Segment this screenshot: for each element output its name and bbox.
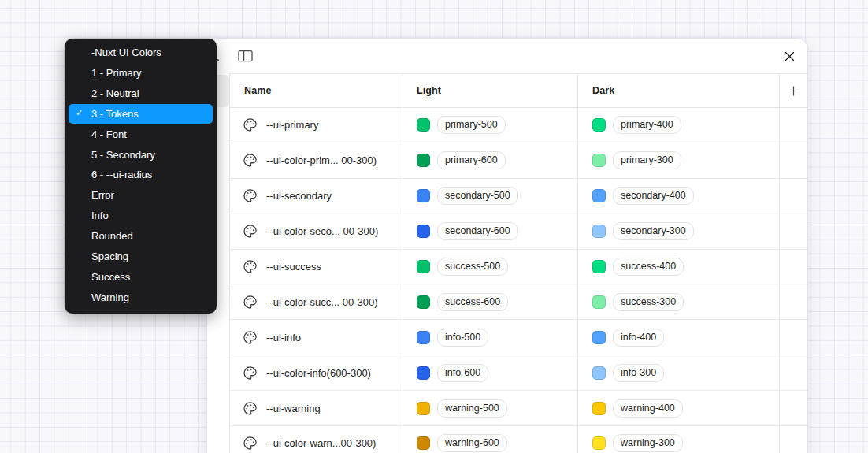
menu-item-label: 5 - Secondary [91,149,155,161]
dark-value-cell[interactable]: primary-300 [577,143,779,178]
variable-name-cell[interactable]: --ui-color-seco... 00-300) [230,214,402,249]
light-value-cell[interactable]: info-500 [402,320,577,355]
token-badge[interactable]: success-600 [437,293,508,311]
variable-name-cell[interactable]: --ui-color-prim... 00-300) [230,143,402,178]
token-badge[interactable]: success-500 [437,258,508,276]
close-button[interactable] [779,46,799,66]
variable-name-cell[interactable]: --ui-warning [230,391,402,425]
variable-name-cell[interactable]: --ui-color-info(600-300) [230,355,402,390]
menu-item[interactable]: 5 - Secondary [69,144,213,165]
menu-item[interactable]: Success [69,266,213,287]
column-header-name: Name [230,74,402,107]
light-value-cell[interactable]: success-600 [402,284,577,319]
menu-item-label: 4 - Font [91,128,127,140]
menu-item[interactable]: Info [69,206,213,226]
column-header-dark: Dark [577,74,779,107]
variable-name: --ui-color-prim... 00-300) [266,154,377,166]
color-swatch [592,436,606,450]
dark-value-cell[interactable]: warning-300 [577,426,779,453]
light-value-cell[interactable]: success-500 [402,250,577,284]
menu-item-label: 1 - Primary [91,67,142,79]
variable-name: --ui-color-warn...00-300) [266,437,376,449]
menu-item[interactable]: 4 - Font [69,124,213,144]
palette-icon [243,330,258,345]
light-value-cell[interactable]: info-600 [402,355,577,390]
menu-item[interactable]: 6 - --ui-radius [69,165,213,185]
token-badge[interactable]: warning-300 [613,434,683,452]
variable-name: --ui-info [266,332,301,343]
light-value-cell[interactable]: secondary-600 [402,214,577,249]
add-mode-button[interactable] [779,74,807,107]
variable-name-cell[interactable]: --ui-secondary [230,179,402,214]
token-badge[interactable]: info-500 [437,329,488,347]
token-badge[interactable]: info-400 [613,329,664,347]
token-badge[interactable]: warning-600 [437,434,507,452]
menu-item-label: Rounded [91,230,133,242]
menu-item[interactable]: 2 - Neutral [69,84,213,104]
menu-item[interactable]: Rounded [69,226,213,247]
variable-name-cell[interactable]: --ui-color-warn...00-300) [230,426,402,453]
variable-name-cell[interactable]: --ui-info [230,320,402,355]
token-badge[interactable]: success-400 [613,258,684,276]
token-badge[interactable]: secondary-300 [613,222,694,240]
menu-item-label: 3 - Tokens [91,108,139,120]
table-row: --ui-color-succ... 00-300) success-600 s… [229,284,807,320]
token-badge[interactable]: info-600 [437,364,488,382]
dark-value-cell[interactable]: primary-400 [577,108,779,143]
token-badge[interactable]: primary-300 [613,151,681,169]
token-badge[interactable]: success-300 [613,293,684,311]
color-swatch [592,118,606,132]
variable-name: --ui-primary [266,119,318,131]
dark-value-cell[interactable]: success-300 [577,284,779,319]
dark-value-cell[interactable]: secondary-400 [577,179,779,214]
token-badge[interactable]: warning-500 [437,399,507,418]
menu-item-label: 6 - --ui-radius [91,169,152,180]
table-row: --ui-color-seco... 00-300) secondary-600… [229,214,807,250]
variable-name-cell[interactable]: --ui-primary [230,108,402,143]
dark-value-cell[interactable]: warning-400 [577,391,779,425]
token-badge[interactable]: secondary-400 [613,187,694,205]
color-swatch [417,154,430,167]
dark-value-cell[interactable]: info-300 [577,355,779,390]
checkmark-icon: ✓ [76,108,83,119]
color-swatch [592,295,606,309]
menu-item[interactable]: Warning [69,287,213,307]
palette-icon [243,366,258,381]
menu-item[interactable]: -Nuxt UI Colors [69,43,213,63]
color-swatch [417,260,430,273]
menu-item-label: 2 - Neutral [91,87,139,99]
variable-name-cell[interactable]: --ui-color-succ... 00-300) [230,284,402,319]
color-swatch [417,225,430,238]
variable-name: --ui-secondary [266,190,332,202]
color-swatch [417,436,430,450]
dark-value-cell[interactable]: secondary-300 [577,214,779,249]
light-value-cell[interactable]: warning-500 [402,391,577,425]
dark-value-cell[interactable]: success-400 [577,250,779,284]
palette-icon [243,295,258,310]
sidebar-toggle-button[interactable] [235,46,255,66]
variable-name-cell[interactable]: --ui-success [230,250,402,284]
token-badge[interactable]: info-300 [613,364,664,382]
empty-cell [779,284,807,319]
light-value-cell[interactable]: primary-600 [402,143,577,178]
token-badge[interactable]: warning-400 [613,399,683,418]
token-badge[interactable]: primary-600 [437,151,506,169]
table-row: --ui-success success-500 success-400 [229,250,807,285]
menu-item[interactable]: 1 - Primary [69,63,213,84]
menu-item[interactable]: Error [69,185,213,206]
token-badge[interactable]: primary-500 [437,116,506,134]
light-value-cell[interactable]: primary-500 [402,108,577,143]
table-row: --ui-warning warning-500 warning-400 [229,391,807,426]
token-badge[interactable]: primary-400 [613,116,681,134]
light-value-cell[interactable]: warning-600 [402,426,577,453]
color-swatch [592,366,606,380]
token-badge[interactable]: secondary-600 [437,222,518,240]
token-badge[interactable]: secondary-500 [437,187,518,205]
menu-item[interactable]: ✓ 3 - Tokens [69,104,213,124]
light-value-cell[interactable]: secondary-500 [402,179,577,214]
dark-value-cell[interactable]: info-400 [577,320,779,355]
table-row: --ui-color-warn...00-300) warning-600 wa… [229,426,807,453]
menu-item[interactable]: Spacing [69,246,213,266]
table-row: --ui-secondary secondary-500 secondary-4… [229,179,807,214]
close-icon [785,51,795,61]
